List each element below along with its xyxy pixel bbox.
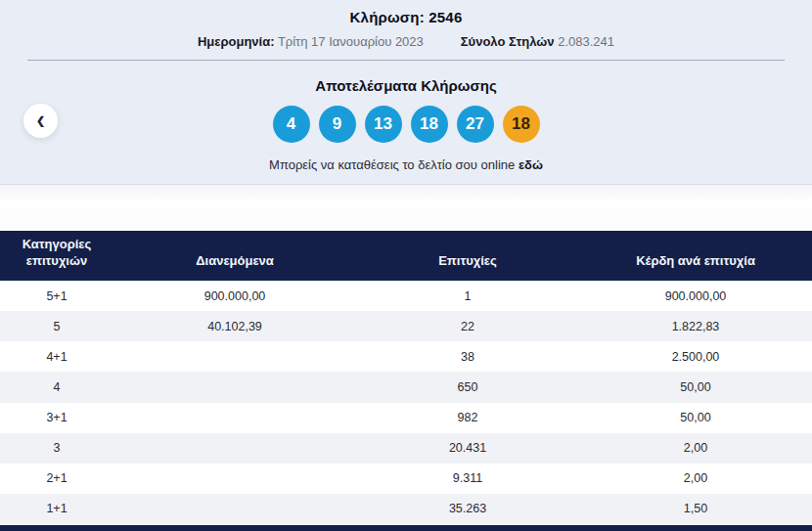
winning-numbers: 4 9 13 18 27 18: [0, 106, 812, 143]
online-here-link[interactable]: εδώ: [519, 157, 543, 172]
cell-category: 5: [0, 320, 113, 333]
table-row: 2+1 9.311 2,00: [0, 464, 812, 494]
cell-winners: 1: [356, 289, 579, 303]
cell-category: 3: [0, 441, 113, 455]
chevron-left-icon: ❮: [36, 114, 45, 127]
table-header-row: Κατηγορίες επιτυχιών Διανεμόμενα Επιτυχί…: [0, 231, 812, 281]
cell-category: 3+1: [0, 411, 113, 424]
total-columns: Σύνολο Στηλών 2.083.241: [461, 34, 614, 49]
cell-winners: 9.311: [356, 471, 579, 485]
table-row: 1+1 35.263 1,50: [0, 494, 812, 524]
column-header-winners: Επιτυχίες: [356, 252, 579, 281]
date-label: Ημερομηνία:: [198, 34, 275, 49]
date-value: Τρίτη 17 Ιανουαρίου 2023: [278, 34, 424, 49]
table-body: 5+1 900.000,00 1 900.000,00 5 40.102,39 …: [0, 281, 812, 524]
cell-prize: 50,00: [579, 411, 812, 424]
cell-prize: 900.000,00: [579, 289, 812, 303]
column-header-category: Κατηγορίες επιτυχιών: [0, 236, 113, 281]
cell-distributed: 40.102,39: [113, 320, 356, 333]
columns-label: Σύνολο Στηλών: [461, 34, 555, 49]
header-divider: [27, 60, 785, 61]
cell-category: 1+1: [0, 502, 113, 515]
results-title: Αποτελέσματα Κλήρωσης: [0, 77, 812, 94]
cell-prize: 2,00: [579, 471, 812, 485]
cell-winners: 35.263: [356, 502, 579, 515]
draw-title: Κλήρωση: 2546: [0, 0, 812, 25]
cell-category: 5+1: [0, 289, 113, 303]
table-row: 5+1 900.000,00 1 900.000,00: [0, 281, 812, 311]
number-ball: 13: [365, 106, 402, 143]
footer-strip: [0, 525, 812, 531]
columns-value: 2.083.241: [558, 34, 614, 49]
cell-winners: 22: [356, 320, 579, 333]
section-spacer: [0, 185, 812, 231]
cell-prize: 2.500,00: [579, 350, 812, 364]
table-row: 3 20.431 2,00: [0, 433, 812, 464]
cell-category: 4: [0, 380, 113, 394]
cell-distributed: 900.000,00: [113, 289, 356, 303]
cell-prize: 1.822,83: [579, 320, 812, 333]
number-ball: 27: [457, 106, 494, 143]
table-row: 4 650 50,00: [0, 372, 812, 402]
draw-results-section: Κλήρωση: 2546 Ημερομηνία: Τρίτη 17 Ιανου…: [0, 0, 812, 185]
cell-winners: 982: [356, 411, 579, 424]
cell-prize: 1,50: [579, 502, 812, 515]
cell-prize: 2,00: [579, 441, 812, 455]
draw-meta: Ημερομηνία: Τρίτη 17 Ιανουαρίου 2023 Σύν…: [0, 34, 812, 49]
cell-winners: 650: [356, 380, 579, 394]
cell-category: 2+1: [0, 471, 113, 485]
cell-winners: 38: [356, 350, 579, 364]
prizes-table: Κατηγορίες επιτυχιών Διανεμόμενα Επιτυχί…: [0, 231, 812, 524]
cell-prize: 50,00: [579, 380, 812, 394]
previous-draw-button[interactable]: ❮: [23, 104, 58, 138]
online-text-label: Μπορείς να καταθέσεις το δελτίο σου onli…: [269, 157, 515, 172]
draw-date: Ημερομηνία: Τρίτη 17 Ιανουαρίου 2023: [198, 34, 424, 49]
cell-winners: 20.431: [356, 441, 579, 455]
tzoker-ball: 18: [503, 106, 540, 143]
table-row: 5 40.102,39 22 1.822,83: [0, 311, 812, 341]
table-row: 4+1 38 2.500,00: [0, 341, 812, 372]
column-header-distributed: Διανεμόμενα: [113, 252, 356, 281]
table-row: 3+1 982 50,00: [0, 403, 812, 433]
number-ball: 4: [273, 106, 310, 143]
cell-category: 4+1: [0, 350, 113, 364]
number-ball: 18: [411, 106, 448, 143]
online-submit-text: Μπορείς να καταθέσεις το δελτίο σου onli…: [0, 157, 812, 172]
column-header-prize: Κέρδη ανά επιτυχία: [579, 252, 812, 281]
number-ball: 9: [319, 106, 356, 143]
